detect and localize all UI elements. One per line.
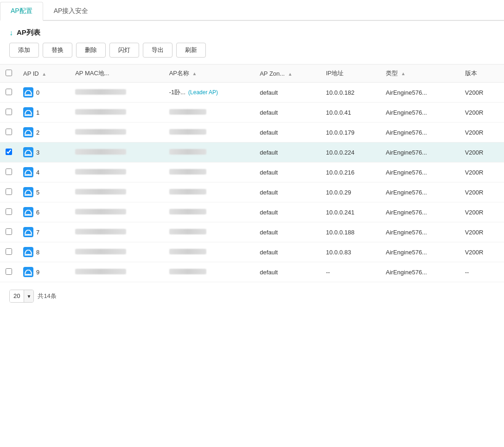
ap-id-cell: 7 (18, 222, 70, 242)
row-checkbox-cell (0, 202, 18, 222)
wifi-icon (23, 267, 33, 277)
ap-zone-cell: default (254, 262, 320, 282)
ap-version-cell: V200R (459, 242, 504, 262)
table-row[interactable]: 6 default10.0.0.241AirEngine576...V200R (0, 202, 504, 222)
row-checkbox[interactable] (6, 208, 12, 215)
type-sort-icon: ▲ (401, 71, 406, 76)
ap-mac-blurred (75, 149, 126, 155)
ap-name-blurred (169, 149, 206, 155)
header-version[interactable]: 版本 (459, 65, 504, 83)
ap-type-cell: AirEngine576... (380, 262, 459, 282)
ap-name-cell (164, 242, 255, 262)
row-checkbox-cell (0, 262, 18, 282)
ap-name-cell (164, 202, 255, 222)
table-row[interactable]: 3 default10.0.0.224AirEngine576...V200R (0, 143, 504, 162)
ap-mac-cell (70, 143, 163, 162)
header-ap-id[interactable]: AP ID ▲ (18, 65, 70, 83)
ap-id-value: 8 (36, 249, 39, 256)
export-button[interactable]: 导出 (143, 43, 172, 58)
ap-id-value: 1 (36, 109, 39, 116)
ap-ip-cell: 10.0.0.41 (320, 103, 380, 123)
table-row[interactable]: 0 -1卧... (Leader AP)default10.0.0.182Air… (0, 83, 504, 103)
table-row[interactable]: 2 default10.0.0.179AirEngine576...V200R (0, 123, 504, 143)
tab-ap-security[interactable]: AP接入安全 (43, 2, 99, 21)
ap-id-value: 6 (36, 209, 39, 216)
row-checkbox[interactable] (6, 228, 12, 235)
add-button[interactable]: 添加 (9, 43, 39, 58)
row-checkbox[interactable] (6, 149, 12, 155)
section-title-text: AP列表 (17, 28, 40, 37)
tab-ap-config[interactable]: AP配置 (0, 2, 43, 21)
ap-type-cell: AirEngine576... (380, 202, 459, 222)
ap-mac-cell (70, 182, 163, 202)
page-size-select[interactable]: 20 ▼ (9, 290, 34, 303)
flash-button[interactable]: 闪灯 (109, 43, 139, 58)
ap-name-cell (164, 262, 255, 282)
ap-mac-blurred (75, 269, 126, 274)
ap-version-cell: V200R (459, 83, 504, 103)
row-checkbox[interactable] (6, 268, 12, 275)
row-checkbox[interactable] (6, 168, 12, 175)
refresh-button[interactable]: 刷新 (176, 43, 206, 58)
wifi-icon (23, 107, 33, 117)
header-ap-name[interactable]: AP名称 ▲ (164, 65, 255, 83)
delete-button[interactable]: 删除 (76, 43, 106, 58)
ap-ip-cell: 10.0.0.224 (320, 143, 380, 162)
row-checkbox[interactable] (6, 89, 12, 95)
table-row[interactable]: 5 default10.0.0.29AirEngine576...V200R (0, 182, 504, 202)
row-checkbox[interactable] (6, 248, 12, 255)
ap-mac-blurred (75, 89, 126, 95)
section-title: ↓ AP列表 (0, 21, 504, 43)
ap-zone-cell: default (254, 103, 320, 123)
row-checkbox[interactable] (6, 188, 12, 195)
ap-name-cell (164, 222, 255, 242)
tab-bar: AP配置 AP接入安全 (0, 0, 504, 21)
ap-id-cell: 5 (18, 182, 70, 202)
ap-type-cell: AirEngine576... (380, 143, 459, 162)
ap-type-cell: AirEngine576... (380, 83, 459, 103)
row-checkbox-cell (0, 162, 18, 182)
ap-version-cell: V200R (459, 103, 504, 123)
ap-name-cell (164, 162, 255, 182)
ap-name-cell (164, 143, 255, 162)
ap-type-cell: AirEngine576... (380, 242, 459, 262)
ap-zone-cell: default (254, 242, 320, 262)
select-all-checkbox[interactable] (6, 70, 12, 76)
page-size-dropdown-icon[interactable]: ▼ (24, 290, 33, 302)
row-checkbox-cell (0, 143, 18, 162)
wifi-icon (23, 167, 33, 177)
header-ip[interactable]: IP地址 (320, 65, 380, 83)
ap-name-cell (164, 123, 255, 143)
arrow-down-icon: ↓ (9, 29, 13, 37)
ap-mac-blurred (75, 229, 126, 234)
table-row[interactable]: 1 default10.0.0.41AirEngine576...V200R (0, 103, 504, 123)
table-row[interactable]: 9 default--AirEngine576...-- (0, 262, 504, 282)
ap-id-cell: 0 (18, 83, 70, 103)
row-checkbox[interactable] (6, 129, 12, 135)
table-row[interactable]: 8 default10.0.0.83AirEngine576...V200R (0, 242, 504, 262)
ap-mac-blurred (75, 169, 126, 175)
replace-button[interactable]: 替换 (43, 43, 72, 58)
table-row[interactable]: 7 default10.0.0.188AirEngine576...V200R (0, 222, 504, 242)
header-checkbox-cell (0, 65, 18, 83)
ap-name-blurred (169, 129, 206, 135)
ap-id-value: 2 (36, 129, 39, 136)
ap-mac-cell (70, 262, 163, 282)
header-ap-zone[interactable]: AP Zon... ▲ (254, 65, 320, 83)
row-checkbox[interactable] (6, 109, 12, 115)
header-ap-mac[interactable]: AP MAC地... (70, 65, 163, 83)
ap-mac-cell (70, 162, 163, 182)
ap-name-blurred (169, 209, 206, 214)
ap-mac-blurred (75, 209, 126, 214)
row-checkbox-cell (0, 123, 18, 143)
table-header-row: AP ID ▲ AP MAC地... AP名称 ▲ AP Zon... ▲ (0, 65, 504, 83)
ap-mac-cell (70, 242, 163, 262)
row-checkbox-cell (0, 83, 18, 103)
wifi-icon (23, 227, 33, 237)
ap-id-sort-icon: ▲ (42, 71, 46, 77)
table-row[interactable]: 4 default10.0.0.216AirEngine576...V200R (0, 162, 504, 182)
ap-type-cell: AirEngine576... (380, 103, 459, 123)
ap-zone-sort-icon: ▲ (288, 71, 293, 77)
header-type[interactable]: 类型 ▲ (380, 65, 459, 83)
leader-ap-badge: (Leader AP) (188, 89, 218, 96)
